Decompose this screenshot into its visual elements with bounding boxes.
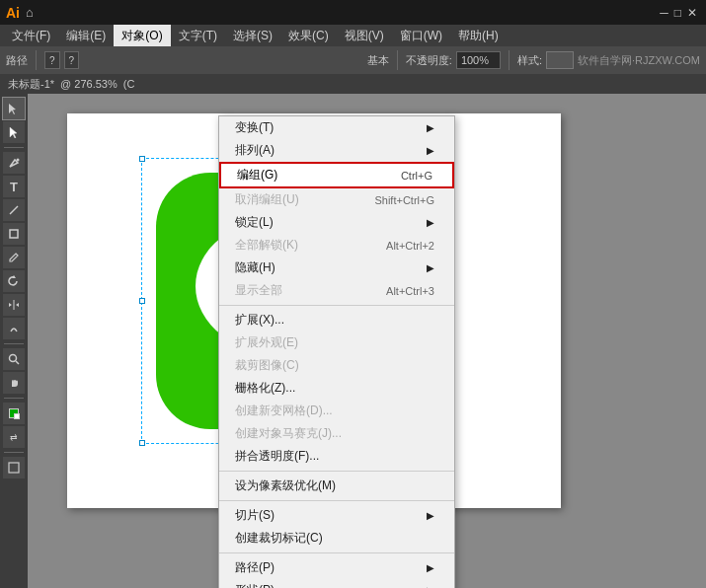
style-label: 样式: xyxy=(517,53,542,68)
menu-item-rasterize[interactable]: 栅格化(Z)... xyxy=(219,377,454,400)
menu-item-group[interactable]: 编组(G)Ctrl+G xyxy=(219,162,454,188)
menu-item-pixel-perfect[interactable]: 设为像素级优化(M) xyxy=(219,475,454,497)
menu-item-slice[interactable]: 切片(S)▶ xyxy=(219,504,454,527)
menu-item-label-unlock-all: 全部解锁(K) xyxy=(235,237,298,254)
menu-bar: 文件(F)编辑(E)对象(O)文字(T)选择(S)效果(C)视图(V)窗口(W)… xyxy=(0,25,706,46)
menubar-item-view[interactable]: 视图(V) xyxy=(337,25,392,46)
hand-tool[interactable] xyxy=(3,372,25,394)
menu-item-arrange[interactable]: 排列(A)▶ xyxy=(219,139,454,162)
menubar-item-window[interactable]: 窗口(W) xyxy=(392,25,450,46)
svg-rect-11 xyxy=(9,463,19,473)
select-tool[interactable] xyxy=(3,98,25,119)
toolbar-question-btn[interactable]: ? xyxy=(44,51,60,69)
toolbar-separator-2 xyxy=(397,50,398,70)
zoom-tool[interactable] xyxy=(3,348,25,370)
status-bar: 未标题-1* @ 276.53% (C xyxy=(0,74,706,94)
tool-sep-2 xyxy=(4,343,24,344)
menu-item-label-show-all: 显示全部 xyxy=(235,282,282,299)
svg-marker-7 xyxy=(9,303,12,307)
warp-tool[interactable] xyxy=(3,318,25,339)
opacity-input[interactable] xyxy=(456,51,501,69)
rotate-tool[interactable] xyxy=(3,270,25,292)
svg-point-2 xyxy=(17,159,20,162)
swap-color-btn[interactable]: ⇄ xyxy=(3,426,25,448)
menubar-item-edit[interactable]: 编辑(E) xyxy=(58,25,114,46)
handle-ml[interactable] xyxy=(139,298,145,304)
menu-item-label-lock: 锁定(L) xyxy=(235,214,274,231)
menu-item-create-trim[interactable]: 创建裁切标记(C) xyxy=(219,527,454,550)
svg-line-3 xyxy=(10,206,18,214)
svg-marker-8 xyxy=(16,303,19,307)
menu-item-shortcut-group: Ctrl+G xyxy=(401,170,432,182)
tool-sep-4 xyxy=(4,452,24,453)
pen-tool[interactable] xyxy=(3,152,25,174)
menu-item-arrow-slice: ▶ xyxy=(427,510,434,521)
menu-item-unlock-all: 全部解锁(K)Alt+Ctrl+2 xyxy=(219,234,454,257)
menubar-item-select[interactable]: 选择(S) xyxy=(225,25,280,46)
menu-item-transform[interactable]: 变换(T)▶ xyxy=(219,116,454,139)
menu-item-crop-image: 裁剪图像(C) xyxy=(219,354,454,377)
menu-item-create-gradient-mesh: 创建新变网格(D)... xyxy=(219,400,454,422)
type-tool[interactable]: T xyxy=(3,176,25,197)
svg-marker-1 xyxy=(10,127,17,138)
tool-sep-1 xyxy=(4,147,24,148)
line-tool[interactable] xyxy=(3,199,25,221)
watermark: 软件自学网·RJZXW.COM xyxy=(578,53,700,68)
window-maximize[interactable]: □ xyxy=(674,6,681,20)
menu-item-lock[interactable]: 锁定(L)▶ xyxy=(219,211,454,234)
menu-item-ungroup: 取消编组(U)Shift+Ctrl+G xyxy=(219,188,454,211)
toolbar: 路径 ? ? 基本 不透明度: 样式: 软件自学网·RJZXW.COM xyxy=(0,46,706,74)
menubar-item-text[interactable]: 文字(T) xyxy=(171,25,225,46)
menu-separator-18 xyxy=(219,500,454,501)
menu-item-label-pixel-perfect: 设为像素级优化(M) xyxy=(235,478,336,494)
handle-tl[interactable] xyxy=(139,156,145,162)
color-btn[interactable] xyxy=(3,403,25,424)
menubar-item-effect[interactable]: 效果(C) xyxy=(280,25,337,46)
menu-item-label-create-gradient-mesh: 创建新变网格(D)... xyxy=(235,403,333,419)
menu-separator-21 xyxy=(219,552,454,553)
handle-bl[interactable] xyxy=(139,440,145,446)
menu-item-hide[interactable]: 隐藏(H)▶ xyxy=(219,257,454,279)
menu-item-label-path: 路径(P) xyxy=(235,559,275,576)
reflect-tool[interactable] xyxy=(3,294,25,316)
menu-item-label-expand-appearance: 扩展外观(E) xyxy=(235,334,298,351)
direct-select-tool[interactable] xyxy=(3,121,25,143)
menu-item-flatten-transparency[interactable]: 拼合透明度(F)... xyxy=(219,445,454,468)
menu-item-shape[interactable]: 形状(P)▶ xyxy=(219,579,454,588)
color-mode: (C xyxy=(123,78,135,90)
menu-separator-8 xyxy=(219,305,454,306)
main-area: T ⇄ xyxy=(0,94,706,588)
svg-point-9 xyxy=(10,355,17,362)
mode-label: 基本 xyxy=(367,53,389,68)
menu-item-label-group: 编组(G) xyxy=(237,167,277,184)
toolbar-question-btn2[interactable]: ? xyxy=(64,51,80,69)
menu-item-label-shape: 形状(P) xyxy=(235,582,275,588)
menu-item-create-mosaic: 创建对象马赛克(J)... xyxy=(219,422,454,445)
menu-item-arrow-arrange: ▶ xyxy=(427,145,434,156)
menu-item-arrow-hide: ▶ xyxy=(427,262,434,273)
toolbar-separator-1 xyxy=(36,50,37,70)
window-minimize[interactable]: ─ xyxy=(660,6,668,20)
menu-item-expand-appearance: 扩展外观(E) xyxy=(219,331,454,354)
title-icon-home[interactable]: ⌂ xyxy=(26,5,34,20)
menu-item-label-create-mosaic: 创建对象马赛克(J)... xyxy=(235,425,342,442)
ai-logo: Ai xyxy=(6,5,20,21)
canvas-area: 变换(T)▶排列(A)▶编组(G)Ctrl+G取消编组(U)Shift+Ctrl… xyxy=(28,94,706,588)
menu-item-arrow-path: ▶ xyxy=(427,562,434,573)
menu-item-expand[interactable]: 扩展(X)... xyxy=(219,309,454,331)
toolbar-separator-3 xyxy=(509,50,510,70)
menu-item-label-arrange: 排列(A) xyxy=(235,142,275,159)
left-toolbar: T ⇄ xyxy=(0,94,28,588)
window-close[interactable]: ✕ xyxy=(687,6,697,20)
brush-tool[interactable] xyxy=(3,247,25,268)
menubar-item-file[interactable]: 文件(F) xyxy=(4,25,58,46)
title-bar: Ai ⌂ ─ □ ✕ xyxy=(0,0,706,25)
menubar-item-object[interactable]: 对象(O) xyxy=(114,25,170,46)
screen-mode-btn[interactable] xyxy=(3,457,25,478)
object-dropdown-menu[interactable]: 变换(T)▶排列(A)▶编组(G)Ctrl+G取消编组(U)Shift+Ctrl… xyxy=(218,115,455,588)
svg-rect-4 xyxy=(10,230,18,238)
rect-tool[interactable] xyxy=(3,223,25,245)
svg-marker-0 xyxy=(9,104,16,114)
menubar-item-help[interactable]: 帮助(H) xyxy=(450,25,507,46)
menu-item-path[interactable]: 路径(P)▶ xyxy=(219,556,454,579)
